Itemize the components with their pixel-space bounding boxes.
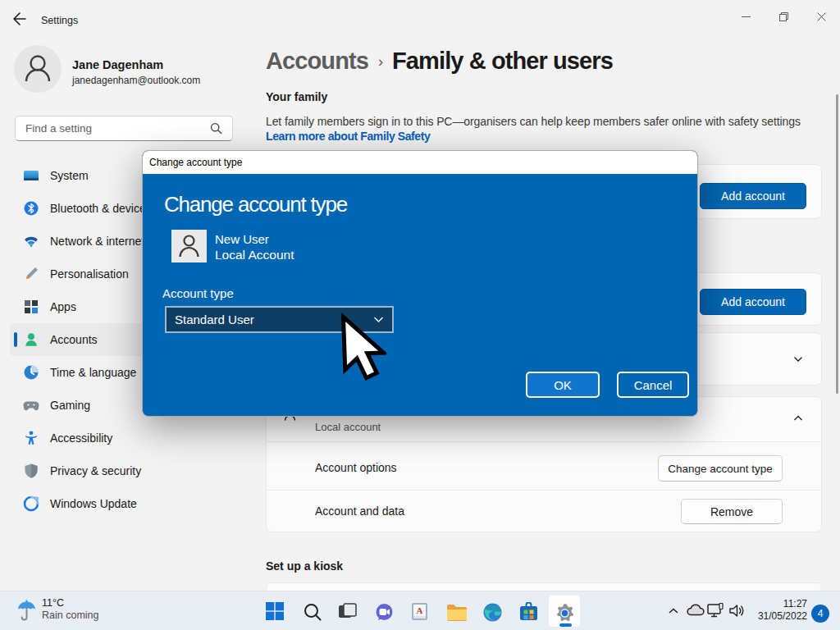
svg-text:A: A [417, 605, 423, 615]
